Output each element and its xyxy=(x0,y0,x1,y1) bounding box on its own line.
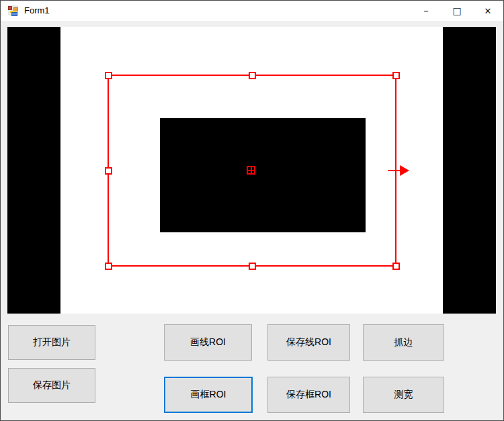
save-line-roi-button[interactable]: 保存线ROI xyxy=(267,324,350,361)
measure-width-button[interactable]: 测宽 xyxy=(363,377,444,413)
close-icon[interactable]: ✕ xyxy=(472,1,503,21)
window-title: Form1 xyxy=(24,1,50,21)
app-icon[interactable] xyxy=(8,5,19,16)
image-black-bar-right xyxy=(443,27,496,314)
grab-edge-button[interactable]: 抓边 xyxy=(363,324,444,361)
save-box-roi-button[interactable]: 保存框ROI xyxy=(267,377,350,413)
app-icon-blue-square xyxy=(11,12,17,16)
save-image-button[interactable]: 保存图片 xyxy=(8,368,95,403)
roi-center-marker[interactable] xyxy=(247,166,255,175)
draw-line-roi-button[interactable]: 画线ROI xyxy=(164,324,252,361)
roi-direction-arrow-icon xyxy=(400,165,409,176)
image-black-bar-left xyxy=(7,27,60,314)
roi-handle-top-right[interactable] xyxy=(392,72,400,79)
roi-handle-top-left[interactable] xyxy=(105,72,112,79)
draw-box-roi-button[interactable]: 画框ROI xyxy=(164,377,253,413)
roi-handle-middle-left[interactable] xyxy=(105,167,112,175)
app-icon-red-square xyxy=(8,6,12,10)
minimize-icon[interactable]: – xyxy=(411,1,442,21)
roi-handle-bottom-left[interactable] xyxy=(105,263,112,270)
form1-window: Form1 – □ ✕ 打开图片 画线ROI 保存线ROI 抓边 保存图片 画框… xyxy=(0,0,504,421)
roi-handle-bottom-middle[interactable] xyxy=(249,263,256,270)
window-controls: – □ ✕ xyxy=(411,1,503,21)
roi-handle-bottom-right[interactable] xyxy=(392,263,400,270)
titlebar: Form1 – □ ✕ xyxy=(1,1,503,21)
roi-handle-top-middle[interactable] xyxy=(249,72,256,79)
maximize-icon[interactable]: □ xyxy=(442,1,472,21)
open-image-button[interactable]: 打开图片 xyxy=(8,325,95,360)
image-canvas[interactable] xyxy=(7,27,496,314)
